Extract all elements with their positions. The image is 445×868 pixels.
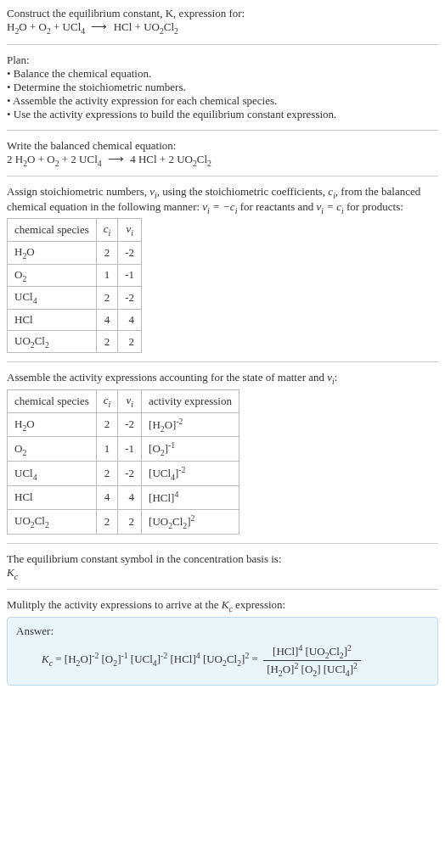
table-row: HCl 4 4 [HCl]4: [8, 486, 239, 509]
col-vi: νi: [118, 389, 142, 412]
plan-item: • Balance the chemical equation.: [7, 67, 438, 81]
table-header-row: chemical species ci νi: [8, 219, 142, 242]
balanced-left: 2 H2O + O2 + 2 UCl4: [7, 153, 104, 165]
table-row: UO2Cl2 2 2: [8, 330, 142, 353]
answer-label: Answer:: [16, 624, 429, 638]
symbol-kc: Kc: [7, 566, 438, 581]
multiply-heading: Mulitply the activity expressions to arr…: [7, 598, 438, 613]
answer-term: [UCl4]-2: [131, 652, 167, 665]
balanced-equation: 2 H2O + O2 + 2 UCl4 ⟶ 4 HCl + 2 UO2Cl2: [7, 153, 438, 168]
table-row: HCl 4 4: [8, 309, 142, 330]
balanced-right: 4 HCl + 2 UO2Cl2: [130, 153, 211, 165]
plan-item: • Determine the stoichiometric numbers.: [7, 81, 438, 94]
col-ci: ci: [96, 389, 118, 412]
table-row: H2O 2 -2: [8, 241, 142, 264]
fraction-numerator: [HCl]4 [UO2Cl2]2: [263, 643, 361, 661]
stoich-section: Assign stoichiometric numbers, νi, using…: [7, 185, 438, 353]
symbol-line1: The equilibrium constant symbol in the c…: [7, 552, 438, 566]
answer-term: [H2O]-2: [65, 652, 99, 665]
balanced-section: Write the balanced chemical equation: 2 …: [7, 139, 438, 168]
fraction-denominator: [H2O]2 [O2] [UCl4]2: [263, 661, 361, 678]
intro-section: Construct the equilibrium constant, K, e…: [7, 7, 438, 36]
plan-section: Plan: • Balance the chemical equation. •…: [7, 53, 438, 121]
divider: [7, 361, 438, 362]
intro-right: HCl + UO2Cl2: [114, 20, 178, 33]
table-row: UO2Cl2 2 2 [UO2Cl2]2: [8, 509, 239, 534]
answer-term: [O2]-1: [102, 652, 128, 665]
plan-item: • Assemble the activity expression for e…: [7, 94, 438, 108]
divider: [7, 176, 438, 176]
table-row: H2O 2 -2 [H2O]-2: [8, 412, 239, 437]
intro-equation: H2O + O2 + UCl4 ⟶ HCl + UO2Cl2: [7, 20, 438, 36]
col-species: chemical species: [8, 389, 97, 412]
table-row: UCl4 2 -2 [UCl4]-2: [8, 462, 239, 486]
col-vi: νi: [118, 219, 142, 242]
stoich-heading: Assign stoichiometric numbers, νi, using…: [7, 185, 438, 215]
plan-item: • Use the activity expressions to build …: [7, 108, 438, 121]
answer-term: [UO2Cl2]2: [203, 652, 249, 665]
answer-fraction: [HCl]4 [UO2Cl2]2 [H2O]2 [O2] [UCl4]2: [263, 643, 361, 678]
col-species: chemical species: [8, 219, 97, 242]
divider: [7, 589, 438, 590]
divider: [7, 543, 438, 544]
answer-expression: Kc = [H2O]-2 [O2]-1 [UCl4]-2 [HCl]4 [UO2…: [42, 643, 429, 678]
plan-heading: Plan:: [7, 53, 438, 67]
table-header-row: chemical species ci νi activity expressi…: [8, 389, 239, 412]
arrow-icon: ⟶: [108, 153, 124, 166]
col-ci: ci: [96, 219, 118, 242]
stoich-table: chemical species ci νi H2O 2 -2 O2 1 -1 …: [7, 218, 142, 353]
activity-section: Assemble the activity expressions accoun…: [7, 371, 438, 534]
table-row: O2 1 -1: [8, 264, 142, 287]
col-activity: activity expression: [142, 389, 239, 412]
arrow-icon: ⟶: [91, 20, 107, 34]
intro-left: H2O + O2 + UCl4: [7, 20, 87, 33]
activity-heading: Assemble the activity expressions accoun…: [7, 371, 438, 386]
divider: [7, 44, 438, 45]
symbol-section: The equilibrium constant symbol in the c…: [7, 552, 438, 581]
answer-box: Answer: Kc = [H2O]-2 [O2]-1 [UCl4]-2 [HC…: [7, 617, 438, 686]
balanced-heading: Write the balanced chemical equation:: [7, 139, 438, 153]
table-row: UCl4 2 -2: [8, 287, 142, 310]
answer-term: [HCl]4: [170, 652, 200, 665]
table-row: O2 1 -1 [O2]-1: [8, 437, 239, 462]
divider: [7, 130, 438, 131]
multiply-section: Mulitply the activity expressions to arr…: [7, 598, 438, 685]
intro-line1: Construct the equilibrium constant, K, e…: [7, 7, 438, 20]
activity-table: chemical species ci νi activity expressi…: [7, 389, 239, 535]
